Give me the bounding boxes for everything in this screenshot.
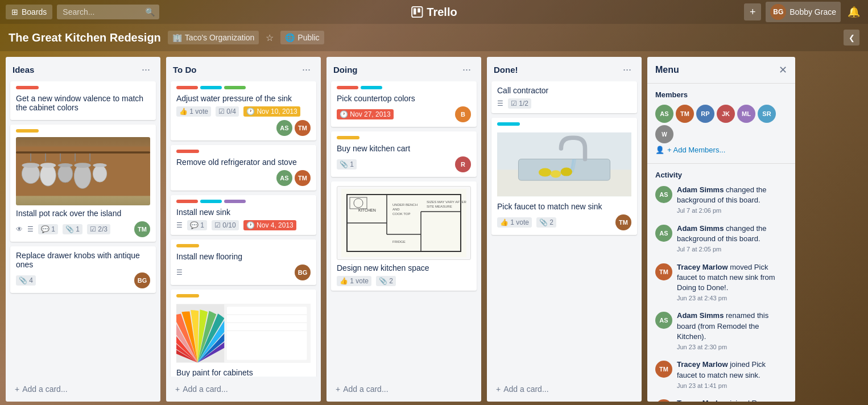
card-meta-2: 👁 ☰ 💬 1 📎 1 ☑ 2/3 TM: [16, 221, 150, 237]
org-name: Taco's Organization: [185, 33, 255, 42]
list-menu-done[interactable]: ···: [619, 63, 635, 77]
member-4[interactable]: JK: [717, 105, 735, 123]
visibility-label: Public: [297, 33, 319, 42]
card-todo-5[interactable]: Buy paint for cabinets 📎 1: [171, 290, 316, 377]
list-header-doing: Doing ···: [326, 57, 481, 81]
board-org[interactable]: 🏢 Taco's Organization: [168, 31, 259, 44]
label-red: [16, 86, 39, 89]
card-comments-badge: 💬 1: [38, 224, 58, 234]
star-button[interactable]: ☆: [266, 32, 274, 43]
label-red-9: [337, 86, 358, 89]
label-blue-13: [497, 122, 520, 126]
avatar-tm: TM: [134, 221, 150, 237]
desc-icon-12: ☰: [497, 100, 503, 108]
checklist-badge-6: ☑ 0/10: [212, 220, 239, 230]
list-menu-ideas[interactable]: ···: [138, 63, 154, 77]
notifications-button[interactable]: 🔔: [845, 3, 862, 20]
search-input[interactable]: [57, 5, 159, 19]
card-todo-3[interactable]: Install new sink ☰ 💬 1 ☑ 0/10 🕐 Nov 4, 2…: [171, 195, 316, 235]
activity-title: Activity: [655, 171, 787, 179]
due-badge-4: 🕐 Nov 10, 2013: [243, 106, 300, 117]
activity-user-5: Tracey Marlow: [677, 360, 728, 369]
svg-text:SITE MEASURE: SITE MEASURE: [427, 205, 452, 208]
card-todo-1[interactable]: Adjust water pressure of the sink 👍 1 vo…: [171, 81, 316, 140]
card-done-1[interactable]: Call contractor ☰ ☑ 1/2: [491, 81, 637, 113]
card-avatars-4: AS TM: [176, 120, 311, 136]
label-blue-4: [200, 86, 222, 89]
svg-point-45: [539, 168, 551, 177]
add-card-ideas[interactable]: + Add a card...: [10, 381, 156, 397]
card-todo-4[interactable]: Install new flooring ☰ BG: [171, 239, 316, 285]
list-ideas: Ideas ··· Get a new window valence to ma…: [6, 57, 160, 402]
card-ideas-2[interactable]: Install pot rack over the island 👁 ☰ 💬 1…: [10, 125, 156, 242]
list-menu-doing[interactable]: ···: [459, 63, 474, 77]
list-title-doing: Doing: [333, 65, 358, 75]
card-meta-9: 🕐 Nov 27, 2013 B: [337, 106, 471, 122]
boards-button[interactable]: ⊞ Boards: [6, 5, 52, 19]
svg-text:AND: AND: [392, 208, 400, 211]
card-labels-2: [16, 129, 150, 133]
add-members-label: + Add Members...: [667, 146, 725, 154]
card-ideas-3[interactable]: Replace drawer knobs with antique ones 📎…: [10, 246, 156, 293]
activity-section: Activity AS Adam Simms changed the backg…: [647, 164, 795, 402]
svg-rect-0: [412, 7, 422, 17]
add-card-label-ideas: Add a card...: [22, 385, 67, 394]
add-card-label-done: Add a card...: [503, 385, 548, 394]
card-labels-10: [337, 136, 471, 139]
card-doing-1[interactable]: Pick countertop colors 🕐 Nov 27, 2013 B: [331, 81, 477, 127]
member-tm[interactable]: TM: [676, 105, 694, 123]
list-title-done: Done!: [494, 65, 518, 75]
list-done: Done! ··· Call contractor ☰ ☑ 1/2: [487, 57, 642, 402]
member-as[interactable]: AS: [655, 105, 673, 123]
card-labels-8: [176, 294, 311, 297]
attach-badge-11: 📎 2: [376, 276, 396, 286]
user-menu[interactable]: BG Bobby Grace: [766, 2, 841, 22]
activity-item-1: AS Adam Simms changed the background of …: [655, 185, 787, 216]
trello-icon: [411, 6, 423, 18]
svg-text:FRIDGE: FRIDGE: [392, 240, 406, 243]
member-3[interactable]: RP: [696, 105, 714, 123]
desc-icon-6: ☰: [176, 221, 183, 229]
nav-left: ⊞ Boards 🔍: [6, 5, 159, 19]
activity-avatar-3: TM: [655, 263, 672, 280]
avatar-r-10: R: [455, 156, 471, 172]
card-title-4: Adjust water pressure of the sink: [176, 94, 311, 103]
card-avatar-3: BG: [134, 272, 150, 288]
avatar-as-4: AS: [276, 120, 292, 136]
list-cards-done: Call contractor ☰ ☑ 1/2: [487, 81, 642, 377]
activity-item-6: TM Tracey Marlow joined Remove old refri…: [655, 398, 787, 402]
card-todo-2[interactable]: Remove old refrigerator and stove AS TM: [171, 145, 316, 191]
card-meta-3: 📎 4 BG: [16, 272, 150, 288]
activity-time-3: Jun 23 at 2:43 pm: [677, 294, 787, 303]
card-done-2[interactable]: Pick faucet to match new sink 👍 1 vote 📎…: [491, 118, 637, 235]
add-icon-done: +: [496, 385, 501, 394]
add-button[interactable]: +: [744, 3, 761, 20]
svg-point-46: [551, 170, 561, 177]
boards-icon: ⊞: [11, 7, 18, 16]
add-card-doing[interactable]: + Add a card...: [331, 381, 477, 397]
card-doing-2[interactable]: Buy new kitchen cart 📎 1 R: [331, 131, 477, 177]
add-member-icon: 👤: [655, 146, 664, 154]
card-ideas-1[interactable]: Get a new window valence to match the ca…: [10, 81, 156, 120]
member-6[interactable]: SR: [758, 105, 776, 123]
member-7[interactable]: W: [655, 125, 673, 143]
add-card-todo[interactable]: + Add a card...: [171, 381, 316, 397]
collapse-menu-button[interactable]: ❮: [844, 30, 859, 46]
add-members-button[interactable]: 👤 + Add Members...: [655, 143, 725, 156]
svg-point-14: [58, 165, 73, 183]
card-doing-3[interactable]: KITCHEN UNDER BENCH AND COOK TOP SIZES M…: [331, 181, 477, 291]
list-menu-todo[interactable]: ···: [299, 63, 314, 77]
board-visibility[interactable]: 🌐 Public: [280, 31, 324, 44]
svg-rect-2: [418, 9, 420, 13]
list-todo: To Do ··· Adjust water pressure of the s…: [166, 57, 321, 402]
menu-header: Menu ✕: [647, 57, 795, 84]
menu-close-button[interactable]: ✕: [779, 64, 787, 76]
card-title-10: Buy new kitchen cart: [337, 144, 471, 153]
svg-rect-1: [414, 9, 416, 15]
add-card-done[interactable]: + Add a card...: [491, 381, 637, 397]
member-5[interactable]: ML: [737, 105, 755, 123]
card-labels-13: [497, 122, 631, 126]
list-title-todo: To Do: [173, 65, 196, 75]
user-name: Bobby Grace: [790, 7, 836, 16]
activity-user-2: Adam Simms: [677, 224, 724, 233]
